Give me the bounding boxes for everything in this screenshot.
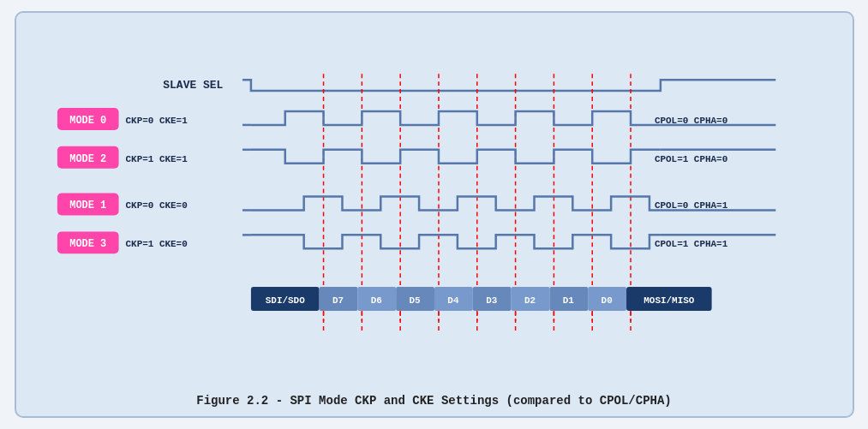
- slave-sel-waveform: [242, 80, 775, 91]
- sdisdo-label: SDI/SDO: [265, 295, 304, 306]
- mode0-ckp-cke: CKP=0 CKE=1: [125, 116, 188, 126]
- mode2-cpol-cpha: CPOL=1 CPHA=0: [654, 154, 727, 164]
- figure-caption: Figure 2.2 - SPI Mode CKP and CKE Settin…: [196, 394, 672, 408]
- mode2-ckp-cke: CKP=1 CKE=1: [125, 154, 188, 164]
- outer-container: SLAVE SEL MODE 0 CKP=0 CKE=1 CPOL=0: [15, 11, 854, 418]
- mode1-waveform: [250, 197, 660, 211]
- d1-label: D1: [562, 295, 574, 306]
- d2-label: D2: [524, 295, 535, 306]
- mode0-waveform: [250, 111, 660, 125]
- slave-sel-label: SLAVE SEL: [163, 79, 223, 92]
- d6-label: D6: [370, 295, 381, 306]
- diagram-svg: SLAVE SEL MODE 0 CKP=0 CKE=1 CPOL=0: [33, 28, 835, 387]
- d3-label: D3: [486, 295, 498, 306]
- mode3-ckp-cke: CKP=1 CKE=0: [125, 239, 187, 249]
- mode3-waveform: [250, 235, 660, 248]
- mode1-ckp-cke: CKP=0 CKE=0: [125, 200, 187, 211]
- d7-label: D7: [332, 295, 343, 306]
- d5-label: D5: [409, 295, 420, 306]
- diagram-area: SLAVE SEL MODE 0 CKP=0 CKE=1 CPOL=0: [33, 28, 835, 387]
- mode2-label: MODE 2: [69, 153, 106, 165]
- mode3-cpol-cpha: CPOL=1 CPHA=1: [654, 239, 727, 249]
- d4-label: D4: [447, 295, 459, 306]
- mode3-label: MODE 3: [69, 238, 106, 250]
- d0-label: D0: [601, 295, 612, 306]
- mode0-label: MODE 0: [69, 115, 106, 127]
- mode1-label: MODE 1: [69, 200, 106, 212]
- mode2-waveform: [250, 150, 660, 164]
- mosimiso-label: MOSI/MISO: [644, 295, 695, 306]
